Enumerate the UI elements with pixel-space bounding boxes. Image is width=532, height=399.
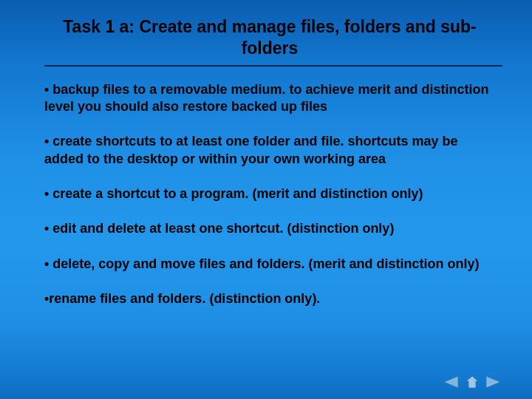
home-button[interactable]	[466, 375, 479, 389]
svg-marker-2	[486, 376, 500, 388]
bullet-text: rename files and folders. (distinction o…	[49, 291, 320, 306]
next-button[interactable]	[486, 375, 502, 389]
bullet-icon: •	[44, 82, 49, 97]
bullet-icon: •	[44, 256, 49, 271]
bullet-text: delete, copy and move files and folders.…	[52, 256, 479, 271]
prev-button[interactable]	[442, 375, 458, 389]
arrow-left-icon	[442, 375, 458, 389]
bullet-list: • backup files to a removable medium. to…	[44, 81, 495, 308]
slide: Task 1 a: Create and manage files, folde…	[0, 0, 532, 399]
list-item: • create shortcuts to at least one folde…	[44, 133, 495, 168]
bullet-text: backup files to a removable medium. to a…	[44, 82, 488, 114]
list-item: • edit and delete at least one shortcut.…	[44, 220, 495, 237]
svg-marker-0	[444, 376, 458, 388]
arrow-right-icon	[486, 375, 502, 389]
list-item: •rename files and folders. (distinction …	[44, 290, 495, 307]
nav-controls	[442, 375, 502, 389]
bullet-icon: •	[44, 186, 49, 201]
list-item: • create a shortcut to a program. (merit…	[44, 185, 495, 202]
list-item: • delete, copy and move files and folder…	[44, 256, 495, 273]
svg-marker-1	[466, 376, 478, 388]
bullet-text: create shortcuts to at least one folder …	[44, 134, 457, 166]
bullet-text: create a shortcut to a program. (merit a…	[52, 186, 423, 201]
bullet-icon: •	[44, 134, 49, 149]
slide-title: Task 1 a: Create and manage files, folde…	[44, 16, 495, 59]
home-icon	[466, 375, 479, 389]
title-underline	[44, 65, 502, 66]
bullet-icon: •	[44, 221, 49, 236]
list-item: • backup files to a removable medium. to…	[44, 81, 495, 116]
bullet-text: edit and delete at least one shortcut. (…	[52, 221, 394, 236]
